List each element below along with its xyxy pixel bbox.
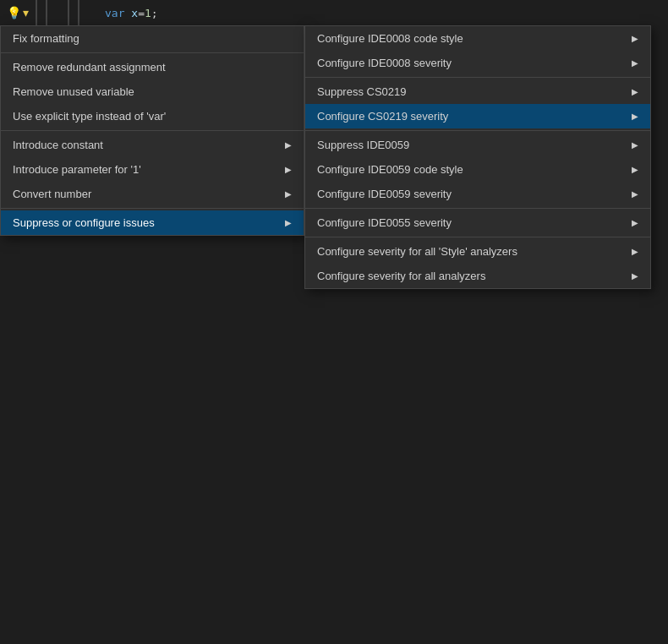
submenu-configure-ide0055-severity-label: Configure IDE0055 severity bbox=[317, 216, 452, 229]
submenu-item-configure-cs0219-severity[interactable]: Configure CS0219 severity ▶ bbox=[305, 104, 650, 128]
menu-item-suppress-label: Suppress or configure issues bbox=[13, 216, 155, 229]
submenu-configure-cs0219-severity-label: Configure CS0219 severity bbox=[317, 110, 448, 123]
submenu-suppress-ide0059-label: Suppress IDE0059 bbox=[317, 139, 409, 151]
submenu-configure-severity-style-label: Configure severity for all 'Style' analy… bbox=[317, 245, 517, 258]
submenu-separator-4 bbox=[305, 237, 650, 237]
chevron-suppress-ide0059-icon: ▶ bbox=[632, 140, 638, 150]
menu-item-convert-number[interactable]: Convert number ▶ bbox=[1, 182, 304, 206]
submenu-separator-3 bbox=[305, 208, 650, 209]
submenu-separator-2 bbox=[305, 130, 650, 131]
menu-item-remove-unused-variable[interactable]: Remove unused variable bbox=[1, 79, 304, 104]
separator-3 bbox=[1, 208, 304, 209]
submenu-item-configure-severity-all-analyzers[interactable]: Configure severity for all analyzers ▶ bbox=[305, 264, 650, 288]
submenu-item-configure-ide0008-severity[interactable]: Configure IDE0008 severity ▶ bbox=[305, 51, 650, 75]
menu-item-fix-formatting[interactable]: Fix formatting bbox=[1, 26, 304, 51]
chevron-ide0008-severity-icon: ▶ bbox=[632, 58, 638, 68]
submenu-configure-ide0008-code-style-label: Configure IDE0008 code style bbox=[317, 32, 463, 45]
menu-item-introduce-parameter[interactable]: Introduce parameter for '1' ▶ bbox=[1, 157, 304, 182]
submenu-item-configure-ide0055-severity[interactable]: Configure IDE0055 severity ▶ bbox=[305, 210, 650, 235]
chevron-suppress-cs0219-icon: ▶ bbox=[632, 87, 638, 96]
menu-item-suppress-configure[interactable]: Suppress or configure issues ▶ bbox=[1, 210, 304, 235]
submenu-suppress-configure: Configure IDE0008 code style ▶ Configure… bbox=[304, 25, 651, 289]
menu-item-remove-redundant-assignment[interactable]: Remove redundant assignment bbox=[1, 55, 304, 79]
chevron-ide0059-code-style-icon: ▶ bbox=[632, 165, 638, 174]
submenu-item-suppress-cs0219[interactable]: Suppress CS0219 ▶ bbox=[305, 79, 650, 104]
submenu-item-suppress-ide0059[interactable]: Suppress IDE0059 ▶ bbox=[305, 133, 650, 157]
chevron-introduce-parameter-icon: ▶ bbox=[285, 165, 292, 174]
submenu-item-configure-ide0059-code-style[interactable]: Configure IDE0059 code style ▶ bbox=[305, 157, 650, 182]
context-menu: Fix formatting Remove redundant assignme… bbox=[0, 25, 304, 236]
chevron-ide0059-severity-icon: ▶ bbox=[632, 189, 638, 199]
separator-2 bbox=[1, 130, 304, 131]
submenu-suppress-cs0219-label: Suppress CS0219 bbox=[317, 85, 407, 98]
submenu-configure-ide0059-severity-label: Configure IDE0059 severity bbox=[317, 188, 452, 200]
submenu-configure-ide0008-severity-label: Configure IDE0008 severity bbox=[317, 57, 452, 69]
menu-item-introduce-constant[interactable]: Introduce constant ▶ bbox=[1, 133, 304, 157]
menu-item-introduce-constant-label: Introduce constant bbox=[13, 139, 103, 151]
menu-item-explicit-type-label: Use explicit type instead of 'var' bbox=[13, 110, 166, 123]
lightbulb-button[interactable]: 💡 ▾ bbox=[7, 6, 29, 19]
lightbulb-icon: 💡 bbox=[7, 6, 21, 19]
submenu-item-configure-ide0059-severity[interactable]: Configure IDE0059 severity ▶ bbox=[305, 182, 650, 206]
submenu-separator-1 bbox=[305, 77, 650, 78]
menu-item-use-explicit-type[interactable]: Use explicit type instead of 'var' bbox=[1, 104, 304, 128]
chevron-ide0008-code-style-icon: ▶ bbox=[632, 34, 638, 43]
chevron-introduce-constant-icon: ▶ bbox=[285, 140, 292, 150]
submenu-item-configure-severity-style-analyzers[interactable]: Configure severity for all 'Style' analy… bbox=[305, 239, 650, 264]
chevron-cs0219-severity-icon: ▶ bbox=[632, 112, 638, 121]
menu-item-introduce-parameter-label: Introduce parameter for '1' bbox=[13, 163, 141, 176]
dropdown-arrow-icon: ▾ bbox=[23, 6, 29, 19]
chevron-ide0055-severity-icon: ▶ bbox=[632, 218, 638, 227]
submenu-configure-ide0059-code-style-label: Configure IDE0059 code style bbox=[317, 163, 463, 176]
code-snippet: var x=1; bbox=[105, 7, 158, 19]
menu-item-remove-redundant-label: Remove redundant assignment bbox=[13, 61, 166, 74]
menu-item-convert-number-label: Convert number bbox=[13, 188, 91, 200]
chevron-all-analyzers-icon: ▶ bbox=[632, 271, 638, 281]
code-bar: 💡 ▾ var x=1; bbox=[0, 0, 668, 25]
menu-item-remove-unused-label: Remove unused variable bbox=[13, 85, 134, 98]
separator-1 bbox=[1, 52, 304, 53]
submenu-item-configure-ide0008-code-style[interactable]: Configure IDE0008 code style ▶ bbox=[305, 26, 650, 51]
submenu-configure-severity-all-label: Configure severity for all analyzers bbox=[317, 270, 485, 282]
menu-item-fix-formatting-label: Fix formatting bbox=[13, 32, 79, 45]
chevron-suppress-configure-icon: ▶ bbox=[285, 218, 292, 227]
chevron-style-analyzers-icon: ▶ bbox=[632, 247, 638, 256]
chevron-convert-number-icon: ▶ bbox=[285, 189, 292, 199]
